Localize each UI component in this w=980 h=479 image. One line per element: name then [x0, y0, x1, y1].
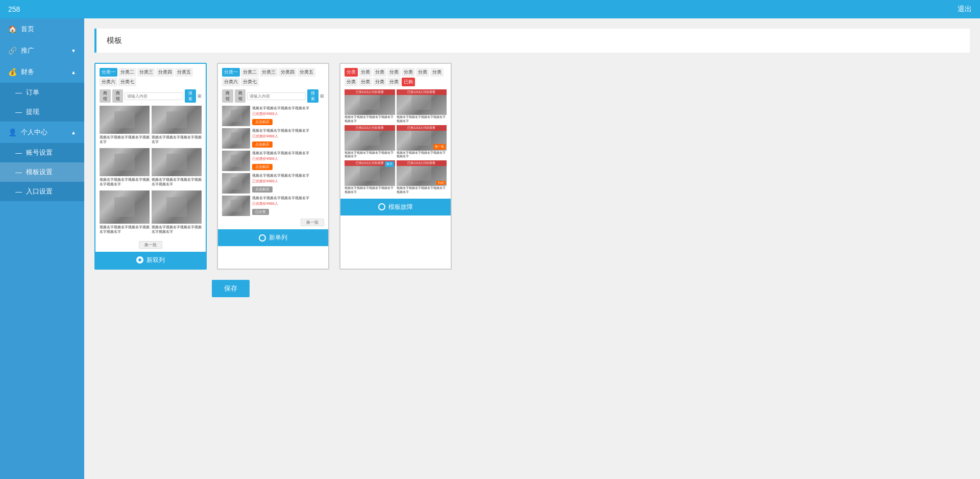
grid-img-2	[152, 106, 202, 134]
sidebar-item-home[interactable]: 🏠 首页	[0, 18, 84, 40]
mosaic-img-4: 已有1213人付款观看 换一批	[397, 125, 447, 151]
mosaic-item-6: 已有1213人付款观看 TOP 视频名字视频名字视频名字视频名字视频名字	[397, 160, 447, 195]
cat-tab-2[interactable]: 分类二	[118, 68, 136, 77]
sidebar-item-account[interactable]: — 账号设置	[0, 143, 84, 162]
mosaic-text-1: 视频名字视频名字视频名字视频名字视频名字	[345, 115, 395, 124]
list-price-4: 已优惠价¥888人	[252, 179, 324, 184]
sidebar-label-entrance: 入口设置	[26, 187, 53, 196]
cat-tab-5[interactable]: 分类五	[175, 68, 193, 77]
mosaic-item-1: 已有1213人付款观看 视频名字视频名字视频名字视频名字视频名字	[345, 89, 395, 124]
buy-btn-4[interactable]: 点击购买	[252, 186, 273, 193]
mosaic-text-3: 视频名字视频名字视频名字视频名字视频名字	[345, 151, 395, 159]
search-input-double[interactable]	[125, 92, 183, 100]
cat-tab-3[interactable]: 分类三	[137, 68, 155, 77]
cat-tab-s6[interactable]: 分类六	[222, 78, 240, 86]
cat-tab-m5[interactable]: 分类	[402, 68, 415, 77]
views-badge-6: 已有1213人付款观看	[397, 160, 447, 166]
cat-tab-m2[interactable]: 分类	[359, 68, 372, 77]
cat-tab-m12[interactable]: 已购	[402, 78, 415, 86]
cat-tabs-mosaic: 分类 分类 分类 分类 分类 分类 分类 分类 分类 分类 分类 已购	[345, 68, 447, 86]
cat-tab-s3[interactable]: 分类三	[260, 68, 278, 77]
template-card-double[interactable]: 分类一 分类二 分类三 分类四 分类五 分类六 分类七 商馆 商馆 搜索	[94, 63, 207, 270]
templates-grid: 分类一 分类二 分类三 分类四 分类五 分类六 分类七 商馆 商馆 搜索	[94, 63, 970, 270]
cat-tab-m11[interactable]: 分类	[387, 78, 401, 86]
cat-tab-m8[interactable]: 分类	[345, 78, 358, 86]
cat-tab-m6[interactable]: 分类	[416, 68, 429, 77]
dash-icon-4: —	[15, 169, 22, 176]
list-img-3	[222, 151, 250, 171]
radio-single[interactable]	[259, 234, 266, 242]
list-price-1: 已优惠价¥888人	[252, 111, 324, 116]
sidebar-item-order[interactable]: — 订单	[0, 83, 84, 102]
search-go-single[interactable]: 搜索	[307, 89, 318, 103]
load-more-single[interactable]: 换一批	[301, 219, 324, 226]
list-price-2: 已优惠价¥888人	[252, 134, 324, 139]
list-item-4: 视频名字视频名字视频名字视频名字 已优惠价¥888人 点击购买	[222, 173, 324, 194]
template-label-double: 新双列	[146, 256, 165, 265]
buy-btn-3[interactable]: 点击购买	[252, 164, 273, 170]
cat-tab-m4[interactable]: 分类	[387, 68, 401, 77]
topbar-exit[interactable]: 退出	[958, 5, 972, 14]
home-icon: 🏠	[8, 25, 17, 33]
template-card-single[interactable]: 分类一 分类二 分类三 分类四 分类五 分类六 分类七 商馆 商馆 搜索	[217, 63, 329, 270]
sidebar-label-profile: 个人中心	[21, 128, 47, 137]
sidebar-item-promote[interactable]: 🔗 推广 ▼	[0, 40, 84, 61]
mosaic-text-2: 视频名字视频名字视频名字视频名字视频名字	[397, 115, 447, 124]
list-title-2: 视频名字视频名字视频名字视频名字	[252, 128, 324, 133]
cat-tab-s4[interactable]: 分类四	[279, 68, 297, 77]
template-card-mosaic[interactable]: 分类 分类 分类 分类 分类 分类 分类 分类 分类 分类 分类 已购	[339, 63, 452, 270]
list-title-5: 视频名字视频名字视频名字视频名字	[252, 196, 324, 200]
dash-icon-2: —	[15, 108, 22, 116]
buy-btn-2[interactable]: 点击购买	[252, 141, 273, 148]
cat-tab-s1[interactable]: 分类一	[222, 68, 240, 77]
cat-tab-active[interactable]: 分类一	[100, 68, 117, 77]
cat-tab-7[interactable]: 分类七	[118, 78, 136, 86]
cat-tab-6[interactable]: 分类六	[100, 78, 117, 86]
grid-img-6	[152, 190, 202, 224]
grid-item-5: 视频名字视频名字视频名字视频名字视频名字	[100, 190, 150, 234]
sidebar-label-order: 订单	[26, 88, 39, 97]
cat-tab-m1[interactable]: 分类	[345, 68, 358, 77]
sidebar-item-entrance[interactable]: — 入口设置	[0, 182, 84, 201]
search-go-double[interactable]: 搜索	[185, 89, 196, 103]
sidebar-item-profile[interactable]: 👤 个人中心 ▲	[0, 122, 84, 143]
sidebar-item-finance[interactable]: 💰 财务 ▲	[0, 61, 84, 83]
search-btn-2[interactable]: 商馆	[112, 89, 124, 103]
cat-tab-s5[interactable]: 分类五	[298, 68, 315, 77]
chevron-down-icon: ▼	[71, 48, 76, 54]
cat-tab-m7[interactable]: 分类	[430, 68, 444, 77]
radio-mosaic[interactable]	[378, 203, 385, 210]
cat-tab-4[interactable]: 分类四	[156, 68, 174, 77]
grid-img-5	[100, 190, 150, 224]
main-content: 模板 分类一 分类二 分类三 分类四 分类五 分类六 分类七	[84, 18, 980, 479]
search-btn-s2[interactable]: 商馆	[235, 89, 246, 103]
load-more-double[interactable]: 换一批	[100, 241, 202, 248]
sidebar-label-finance: 财务	[21, 67, 34, 77]
search-btn-1[interactable]: 商馆	[100, 89, 111, 103]
search-btn-s1[interactable]: 商馆	[222, 89, 233, 103]
grid-img-3	[100, 148, 150, 176]
list-img-2	[222, 128, 250, 149]
buy-btn-1[interactable]: 点击购买	[252, 119, 273, 125]
page-title: 模板	[94, 29, 970, 53]
cat-tab-m3[interactable]: 分类	[373, 68, 386, 77]
grid-text-1: 视频名字视频名字视频名字视频名字	[100, 135, 150, 144]
save-button[interactable]: 保存	[212, 280, 250, 297]
radio-double[interactable]	[136, 256, 143, 264]
template-footer-single: 新单列	[218, 229, 328, 246]
mosaic-img-6: 已有1213人付款观看 TOP	[397, 160, 447, 186]
template-footer-mosaic: 模板故障	[340, 199, 451, 215]
search-input-single[interactable]	[247, 92, 306, 100]
sidebar-label-home: 首页	[21, 25, 34, 34]
mosaic-grid: 已有1213人付款观看 视频名字视频名字视频名字视频名字视频名字 已有1213人…	[345, 89, 447, 195]
sidebar-item-template[interactable]: — 模板设置	[0, 162, 84, 182]
list-item-3: 视频名字视频名字视频名字视频名字 已优惠价¥888人 点击购买	[222, 151, 324, 171]
buy-btn-5[interactable]: 已出售	[252, 209, 269, 215]
search-bar-double: 商馆 商馆 搜索 ⊞	[100, 89, 202, 103]
cat-tab-s7[interactable]: 分类七	[241, 78, 259, 86]
cat-tab-m9[interactable]: 分类	[359, 78, 372, 86]
cat-tab-s2[interactable]: 分类二	[241, 68, 259, 77]
mosaic-text-4: 视频名字视频名字视频名字视频名字视频名字	[397, 151, 447, 159]
sidebar-item-withdraw[interactable]: — 提现	[0, 102, 84, 122]
cat-tab-m10[interactable]: 分类	[373, 78, 386, 86]
